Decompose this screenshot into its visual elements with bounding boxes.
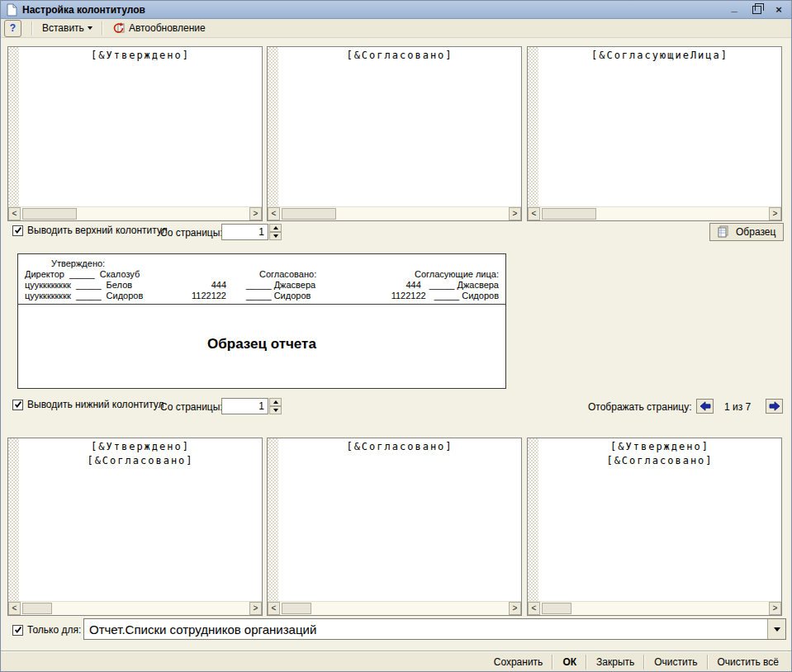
scroll-right-button[interactable]: >	[769, 602, 781, 615]
next-page-button[interactable]	[766, 399, 783, 414]
scroll-right-button[interactable]: >	[249, 207, 262, 220]
save-button[interactable]: Сохранить	[485, 653, 553, 671]
editor-text-area[interactable]: [&Утверждено] [&Согласовано]	[538, 438, 781, 602]
checkbox-box	[12, 625, 23, 636]
triangle-up-icon	[273, 400, 278, 404]
chevron-down-icon	[88, 26, 92, 30]
editor-text-area[interactable]: [&СогласующиеЛица]	[538, 47, 781, 207]
signer-line: цуукккккккк _____ Сидоров	[18, 291, 180, 301]
horizontal-scrollbar[interactable]: < >	[528, 601, 781, 615]
editor-text-area[interactable]: [&Утверждено]	[19, 47, 262, 207]
scrollbar-thumb[interactable]	[22, 603, 52, 614]
status-bar: Сохранить ОК Закрыть Очистить Очистить в…	[1, 651, 791, 671]
show-top-header-checkbox[interactable]: Выводить верхний колонтитул	[12, 225, 168, 236]
editor-line: [&Утверждено]	[538, 440, 781, 454]
horizontal-scrollbar[interactable]: < >	[8, 206, 262, 220]
spinner-buttons	[269, 398, 282, 414]
scroll-left-button[interactable]: <	[8, 207, 21, 220]
signer-number: 1122122	[391, 291, 426, 301]
horizontal-scrollbar[interactable]: < >	[268, 601, 521, 615]
autorefresh-button[interactable]: Автообновление	[107, 20, 211, 36]
close-icon: ×	[775, 3, 782, 16]
horizontal-scrollbar[interactable]: < >	[8, 601, 262, 615]
scroll-left-button[interactable]: <	[268, 207, 280, 220]
show-bottom-footer-checkbox[interactable]: Выводить нижний колонтитул	[12, 399, 164, 410]
check-icon	[14, 626, 22, 634]
insert-menu-button[interactable]: Вставить	[37, 20, 97, 36]
dropdown-button[interactable]	[767, 619, 785, 639]
scroll-left-button[interactable]: <	[528, 602, 540, 615]
scrollbar-track[interactable]	[540, 602, 769, 615]
only-for-checkbox[interactable]: Только для:	[12, 624, 81, 636]
arrow-left-icon	[700, 401, 711, 411]
only-for-input[interactable]	[84, 619, 767, 639]
preview-row: цуукккккккк _____ Белов 444 _____ Джасве…	[18, 280, 505, 291]
clear-button[interactable]: Очистить	[645, 653, 706, 671]
restore-icon	[752, 6, 761, 14]
scroll-right-button[interactable]: >	[509, 602, 521, 615]
scrollbar-thumb[interactable]	[282, 603, 311, 614]
minimize-button[interactable]: _	[727, 3, 742, 17]
triangle-down-icon	[273, 234, 278, 238]
only-for-combobox[interactable]	[83, 618, 786, 640]
agreeing-persons-title: Согласующие лица:	[415, 269, 499, 280]
editor-text-area[interactable]: [&Согласовано]	[278, 438, 521, 602]
bottom-center-footer-editor[interactable]: [&Согласовано] < >	[267, 438, 522, 616]
scroll-right-button[interactable]: >	[249, 602, 262, 615]
from-page-input[interactable]	[221, 224, 268, 240]
toolbar-separator	[31, 21, 33, 35]
scroll-left-button[interactable]: <	[528, 207, 540, 220]
signer-number: 444	[180, 280, 226, 291]
spinner-buttons	[269, 224, 282, 240]
editor-gutter	[8, 438, 19, 602]
spin-down-button[interactable]	[269, 232, 282, 240]
scrollbar-thumb[interactable]	[542, 208, 596, 220]
editor-gutter	[8, 47, 19, 207]
spin-down-button[interactable]	[269, 406, 282, 414]
scrollbar-thumb[interactable]	[282, 208, 336, 220]
checkbox-box	[12, 400, 23, 410]
signer-signature: _____ Джасвера	[429, 280, 499, 291]
insert-label: Вставить	[42, 22, 84, 34]
close-button[interactable]: ×	[771, 3, 786, 17]
scrollbar-track[interactable]	[280, 207, 509, 220]
scroll-right-button[interactable]: >	[769, 207, 781, 220]
horizontal-scrollbar[interactable]: < >	[528, 206, 781, 220]
prev-page-button[interactable]	[696, 399, 714, 414]
horizontal-scrollbar[interactable]: < >	[268, 206, 521, 220]
clear-all-button[interactable]: Очистить всё	[709, 653, 788, 671]
editor-text-area[interactable]: [&Утверждено] [&Согласовано]	[19, 438, 262, 602]
toolbar: ? Вставить Автообновление	[1, 19, 791, 38]
scrollbar-thumb[interactable]	[542, 603, 571, 614]
bottom-left-footer-editor[interactable]: [&Утверждено] [&Согласовано] < >	[7, 438, 263, 616]
editor-text-area[interactable]: [&Согласовано]	[278, 47, 521, 207]
scrollbar-thumb[interactable]	[22, 208, 77, 220]
signer-signature: _____ Джасвера	[246, 280, 315, 291]
triangle-up-icon	[273, 226, 278, 230]
sample-button[interactable]: Образец	[709, 223, 784, 241]
scrollbar-track[interactable]	[21, 207, 249, 220]
scrollbar-track[interactable]	[540, 207, 769, 220]
window-controls: _ ×	[727, 3, 786, 17]
top-right-header-editor[interactable]: [&СогласующиеЛица] < >	[527, 46, 782, 221]
restore-button[interactable]	[749, 3, 764, 17]
scroll-right-button[interactable]: >	[509, 207, 521, 220]
scrollbar-track[interactable]	[21, 602, 249, 615]
close-window-button[interactable]: Закрыть	[587, 653, 643, 671]
top-center-header-editor[interactable]: [&Согласовано] < >	[267, 46, 522, 221]
from-page-input[interactable]	[221, 398, 268, 414]
spin-up-button[interactable]	[269, 224, 282, 232]
toolbar-separator	[102, 21, 103, 35]
bottom-right-footer-editor[interactable]: [&Утверждено] [&Согласовано] < >	[527, 438, 782, 616]
help-button[interactable]: ?	[4, 20, 21, 37]
editor-line: [&СогласующиеЛица]	[538, 49, 781, 63]
signer-number: 1122122	[180, 291, 226, 301]
top-left-header-editor[interactable]: [&Утверждено] < >	[7, 46, 263, 221]
scrollbar-track[interactable]	[280, 602, 509, 615]
ok-button[interactable]: ОК	[553, 653, 586, 671]
checkbox-box	[12, 225, 23, 236]
scroll-left-button[interactable]: <	[268, 602, 280, 615]
spin-up-button[interactable]	[269, 398, 282, 406]
scroll-left-button[interactable]: <	[8, 602, 21, 615]
page-nav-label: Отображать страницу:	[588, 401, 692, 413]
